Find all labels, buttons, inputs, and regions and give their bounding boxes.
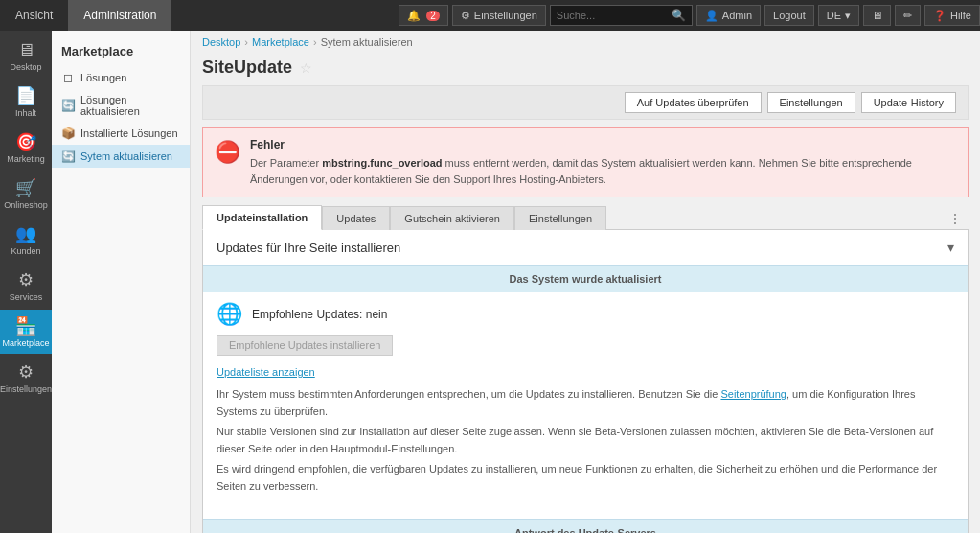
administration-label: Administration — [83, 9, 156, 22]
einstellungen-label: Einstellungen — [474, 10, 537, 21]
loesungen-aktualisieren-icon: 🔄 — [61, 99, 75, 112]
info-text-2: Nur stabile Versionen sind zur Installat… — [217, 424, 954, 457]
main-layout: 🖥 Desktop 📄 Inhalt 🎯 Marketing 🛒 Onlines… — [0, 31, 980, 533]
favorite-star-icon[interactable]: ☆ — [300, 60, 312, 76]
search-box[interactable]: 🔍 — [550, 5, 693, 26]
info-text-3: Es wird dringend empfohlen, die verfügba… — [217, 461, 954, 495]
installierte-label: Installierte Lösungen — [80, 127, 178, 139]
search-icon: 🔍 — [672, 9, 686, 22]
logout-label: Logout — [773, 10, 806, 21]
info-text-1: Ihr System muss bestimmten Anforderungen… — [217, 386, 954, 420]
brush-icon: ✏ — [903, 10, 912, 22]
logout-button[interactable]: Logout — [764, 5, 814, 26]
sidebar-item-marketplace[interactable]: 🏪 Marketplace — [0, 310, 52, 354]
notifications-button[interactable]: 🔔 2 — [399, 5, 448, 26]
settings-icon: ⚙ — [461, 10, 470, 22]
update-list-link[interactable]: Updateliste anzaigen — [217, 366, 315, 378]
update-history-button[interactable]: Update-History — [861, 92, 956, 113]
content-area: Desktop › Marketplace › Sytem aktualisie… — [191, 31, 980, 533]
admin-button[interactable]: 👤 Admin — [696, 5, 761, 26]
tab-updates[interactable]: Updates — [322, 206, 390, 230]
einstellungen-button[interactable]: ⚙ Einstellungen — [452, 5, 546, 26]
search-input[interactable] — [557, 10, 672, 21]
marketing-icon: 🎯 — [15, 131, 36, 152]
onlineshop-icon: 🛒 — [15, 177, 36, 198]
sidebar-item-loesungen[interactable]: ◻ Lösungen — [52, 66, 190, 89]
tab-administration[interactable]: Administration — [68, 0, 171, 31]
loesungen-label: Lösungen — [80, 72, 126, 83]
services-label: Services — [10, 292, 43, 302]
user-icon: 👤 — [705, 10, 718, 22]
lang-label: DE — [827, 10, 841, 21]
sytem-label: Sytem aktualisieren — [80, 151, 172, 162]
settings-button[interactable]: Einstellungen — [767, 92, 855, 113]
breadcrumb-sep1: › — [244, 36, 248, 48]
error-title: Fehler — [250, 138, 956, 151]
tab-ansicht[interactable]: Ansicht — [0, 0, 68, 31]
question-icon: ❓ — [933, 10, 946, 22]
desktop-label: Desktop — [10, 62, 41, 72]
services-icon: ⚙ — [18, 269, 34, 290]
breadcrumb-marketplace[interactable]: Marketplace — [252, 36, 309, 48]
error-text: Der Parameter mbstring.func_overload mus… — [250, 155, 956, 187]
marketing-label: Marketing — [7, 154, 45, 164]
monitor-icon: 🖥 — [872, 10, 882, 21]
inhalt-icon: 📄 — [15, 85, 36, 106]
language-button[interactable]: DE ▾ — [818, 5, 859, 26]
breadcrumb: Desktop › Marketplace › Sytem aktualisie… — [191, 31, 980, 54]
ansicht-label: Ansicht — [15, 9, 53, 22]
panel-header-title: Updates für Ihre Seite installieren — [217, 241, 400, 255]
sidebar-item-inhalt[interactable]: 📄 Inhalt — [0, 80, 52, 124]
bell-icon: 🔔 — [407, 10, 421, 22]
sidebar-item-einstellungen[interactable]: ⚙ Einstellungen — [0, 356, 52, 400]
breadcrumb-desktop[interactable]: Desktop — [202, 36, 240, 48]
marketplace-icon: 🏪 — [15, 315, 36, 336]
loesungen-icon: ◻ — [61, 71, 75, 84]
desktop-icon: 🖥 — [17, 40, 34, 60]
tab-gutschein[interactable]: Gutschein aktivieren — [390, 206, 514, 230]
system-status-label: Das System wurde aktualisiert — [510, 273, 662, 285]
tab-einstellungen[interactable]: Einstellungen — [514, 206, 606, 230]
server-section-label: Antwort des Update-Servers — [514, 527, 656, 533]
seitenpruefung-link[interactable]: Seitenprüfung — [720, 388, 786, 400]
monitor-button[interactable]: 🖥 — [863, 5, 891, 26]
kunden-icon: 👥 — [15, 223, 36, 244]
chevron-down-icon: ▾ — [947, 240, 954, 255]
page-title-row: SiteUpdate ☆ — [191, 54, 980, 85]
top-nav-right: 🔔 2 ⚙ Einstellungen 🔍 👤 Admin Logout DE … — [399, 0, 980, 31]
action-row: Auf Updates überprüfen Einstellungen Upd… — [202, 85, 969, 120]
onlineshop-label: Onlineshop — [4, 200, 48, 210]
inhalt-label: Inhalt — [15, 108, 36, 118]
panel-content: 🌐 Empfohlene Updates: nein Empfohlene Up… — [203, 292, 968, 509]
sidebar-item-desktop[interactable]: 🖥 Desktop — [0, 35, 52, 78]
check-updates-button[interactable]: Auf Updates überprüfen — [625, 92, 762, 113]
update-sphere-icon: 🌐 — [217, 302, 242, 327]
sidebar-item-onlineshop[interactable]: 🛒 Onlineshop — [0, 172, 52, 216]
top-navigation: Ansicht Administration 🔔 2 ⚙ Einstellung… — [0, 0, 980, 31]
hilfe-label: Hilfe — [950, 10, 971, 21]
tab-bar: Updateinstallation Updates Gutschein akt… — [202, 205, 969, 230]
kunden-label: Kunden — [11, 246, 40, 256]
install-recommended-button: Empfohlene Updates installieren — [217, 335, 393, 356]
sidebar-item-marketing[interactable]: 🎯 Marketing — [0, 126, 52, 170]
update-row: 🌐 Empfohlene Updates: nein — [217, 302, 954, 327]
help-button[interactable]: ❓ Hilfe — [924, 5, 980, 26]
tab-updateinstallation[interactable]: Updateinstallation — [202, 205, 322, 230]
sidebar-item-loesungen-aktualisieren[interactable]: 🔄 Lösungen aktualisieren — [52, 89, 190, 122]
notification-badge: 2 — [426, 11, 440, 21]
sidebar-item-kunden[interactable]: 👥 Kunden — [0, 218, 52, 262]
page-title: SiteUpdate — [202, 58, 292, 78]
sidebar-item-installierte-loesungen[interactable]: 📦 Installierte Lösungen — [52, 122, 190, 145]
sytem-icon: 🔄 — [61, 150, 75, 163]
system-status-section: Das System wurde aktualisiert — [203, 265, 968, 292]
panel-header[interactable]: Updates für Ihre Seite installieren ▾ — [203, 230, 968, 265]
admin-label: Admin — [722, 10, 752, 21]
sidebar-item-services[interactable]: ⚙ Services — [0, 264, 52, 308]
error-box: ⛔ Fehler Der Parameter mbstring.func_ove… — [202, 127, 969, 197]
recommended-updates-label: Empfohlene Updates: nein — [252, 308, 387, 321]
breadcrumb-sep2: › — [313, 36, 317, 48]
sidebar-item-sytem-aktualisieren[interactable]: 🔄 Sytem aktualisieren — [52, 145, 190, 168]
chevron-down-icon: ▾ — [845, 10, 851, 22]
brush-button[interactable]: ✏ — [895, 5, 921, 26]
tab-context-menu-icon[interactable]: ⋮ — [942, 208, 969, 229]
